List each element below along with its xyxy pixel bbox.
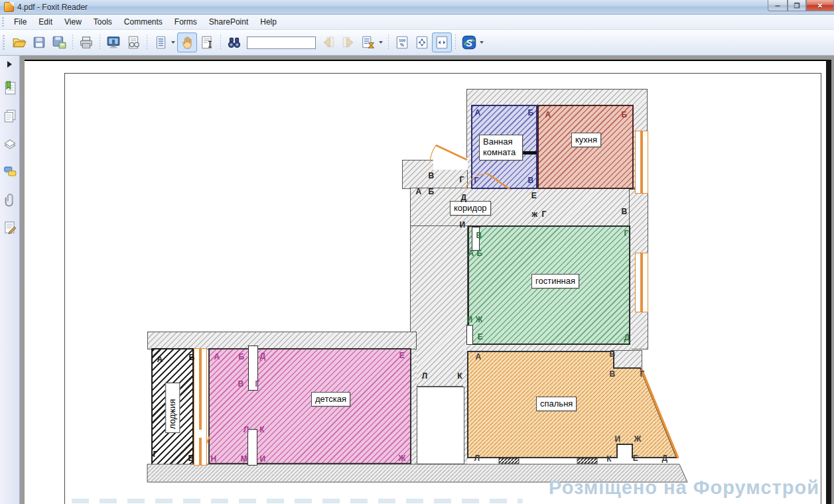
room-hall bbox=[417, 387, 464, 464]
page-display-dropdown[interactable] bbox=[171, 41, 175, 44]
plan-corner-label: А bbox=[214, 352, 220, 361]
menu-item-forms[interactable]: Forms bbox=[169, 15, 203, 29]
children-tag: детская bbox=[311, 392, 350, 407]
plan-corner-label: Д bbox=[461, 193, 467, 202]
foxit-plugin-dropdown[interactable] bbox=[480, 41, 484, 44]
previous-view-icon bbox=[321, 35, 336, 50]
full-screen-button[interactable] bbox=[104, 32, 123, 52]
attachments-panel-icon[interactable] bbox=[2, 192, 18, 208]
wall-bedroom-top bbox=[464, 345, 632, 353]
fit-width-icon bbox=[435, 35, 449, 50]
layers-panel-icon[interactable] bbox=[2, 136, 18, 152]
printer-icon bbox=[79, 35, 94, 50]
sidebar-expand-icon[interactable] bbox=[7, 61, 12, 68]
fit-page-icon bbox=[415, 35, 429, 50]
fit-width-button[interactable] bbox=[432, 32, 452, 52]
plan-corner-label: Е bbox=[531, 191, 537, 200]
open-button[interactable] bbox=[9, 32, 29, 52]
plan-corner-label: Д bbox=[662, 454, 668, 463]
menu-item-view[interactable]: View bbox=[58, 15, 88, 29]
menu-item-edit[interactable]: Edit bbox=[33, 15, 58, 29]
watermark-faint-row bbox=[72, 499, 523, 503]
plan-corner-label: Ж bbox=[634, 434, 641, 444]
plan-corner-label: А bbox=[545, 110, 551, 119]
plan-corner-label: Б bbox=[622, 110, 628, 119]
plan-corner-label: А bbox=[157, 355, 163, 364]
plan-corner-label: И bbox=[615, 434, 621, 444]
save-as-button[interactable] bbox=[49, 32, 69, 52]
kitchen-window bbox=[635, 131, 648, 194]
foxit-plugin-button[interactable]: S bbox=[459, 32, 479, 52]
select-text-button[interactable] bbox=[197, 32, 217, 52]
plan-corner-label: К bbox=[259, 425, 265, 434]
zoom-100-button[interactable]: 100% bbox=[392, 32, 412, 52]
save-floppy-icon bbox=[32, 35, 46, 50]
plan-corner-label: В bbox=[528, 176, 534, 185]
search-input[interactable] bbox=[247, 36, 316, 49]
fit-page-button[interactable] bbox=[412, 32, 432, 52]
print-button[interactable] bbox=[76, 32, 96, 52]
living-door-slot-bottom bbox=[466, 325, 473, 345]
restore-button[interactable]: ❐ bbox=[788, 0, 806, 11]
children-door-slot-bottom bbox=[247, 429, 257, 466]
next-view-button[interactable] bbox=[338, 32, 358, 52]
hand-tool-button[interactable] bbox=[177, 32, 197, 52]
menu-item-file[interactable]: File bbox=[8, 15, 33, 29]
foxit-reader-window: 4.pdf - Foxit Reader ─ ❐ ✕ FileEditViewT… bbox=[0, 0, 834, 504]
plan-corner-label: Ж bbox=[398, 454, 405, 463]
pages-panel-icon[interactable] bbox=[2, 108, 18, 124]
ds-logo-icon: S bbox=[461, 34, 477, 50]
plan-corner-label: В bbox=[476, 231, 482, 240]
menu-item-help[interactable]: Help bbox=[254, 15, 283, 29]
living-tag: гостинная bbox=[531, 274, 579, 288]
plan-corner-label: Л bbox=[422, 371, 428, 381]
minimize-button[interactable]: ─ bbox=[768, 0, 788, 11]
plan-corner-label: Г bbox=[624, 229, 628, 238]
plan-corner-label: Г bbox=[153, 450, 157, 459]
plan-corner-label: А bbox=[416, 187, 422, 196]
plan-corner-label: Г bbox=[255, 379, 259, 389]
page-list-icon bbox=[153, 35, 168, 50]
document-hourglass-icon bbox=[361, 35, 376, 50]
forms-panel-icon[interactable] bbox=[2, 220, 18, 235]
monitor-icon bbox=[106, 35, 121, 50]
open-folder-icon bbox=[12, 35, 27, 50]
plan-corner-label: В bbox=[610, 369, 616, 379]
plan-corner-label: Б bbox=[528, 108, 534, 117]
hand-icon bbox=[180, 35, 194, 50]
plan-corner-label: Е bbox=[399, 351, 405, 360]
save-button[interactable] bbox=[29, 32, 49, 52]
plan-corner-label: И bbox=[467, 315, 473, 324]
toolbar: 100% S bbox=[0, 30, 834, 56]
find-button[interactable] bbox=[224, 32, 244, 52]
entrance-opening bbox=[433, 158, 468, 170]
plan-corner-label: Б bbox=[189, 353, 195, 362]
page-right-edge bbox=[826, 60, 831, 504]
comments-panel-icon[interactable] bbox=[2, 164, 18, 180]
plan-corner-label: М bbox=[241, 454, 247, 464]
plan-corner-label: Н bbox=[211, 454, 217, 464]
bookmarks-panel-icon[interactable] bbox=[2, 80, 18, 96]
window-title: 4.pdf - Foxit Reader bbox=[17, 3, 88, 12]
auto-scroll-dropdown[interactable] bbox=[379, 41, 383, 44]
plan-corner-label: Е bbox=[478, 332, 483, 342]
plan-corner-label: В bbox=[429, 171, 435, 180]
menu-item-comments[interactable]: Comments bbox=[118, 15, 169, 29]
plan-corner-label: И bbox=[260, 454, 266, 464]
close-button[interactable]: ✕ bbox=[806, 0, 834, 11]
save-as-icon bbox=[52, 35, 66, 50]
menu-item-sharepoint[interactable]: SharePoint bbox=[203, 15, 254, 29]
previous-view-button[interactable] bbox=[318, 32, 338, 52]
plan-corner-label: Г bbox=[640, 369, 644, 379]
page-display-button[interactable] bbox=[151, 32, 171, 52]
menu-item-tools[interactable]: Tools bbox=[88, 15, 118, 29]
select-text-icon bbox=[200, 35, 214, 50]
navigation-sidebar bbox=[0, 56, 20, 504]
foxit-app-icon bbox=[4, 2, 14, 12]
watermark-text: Розміщено на Форумстрой bbox=[549, 477, 819, 499]
corridor-area bbox=[410, 188, 635, 226]
auto-scroll-button[interactable] bbox=[358, 32, 378, 52]
read-mode-button[interactable] bbox=[123, 32, 143, 52]
plan-corner-label: Д bbox=[260, 351, 266, 361]
binoculars-icon bbox=[227, 35, 242, 50]
